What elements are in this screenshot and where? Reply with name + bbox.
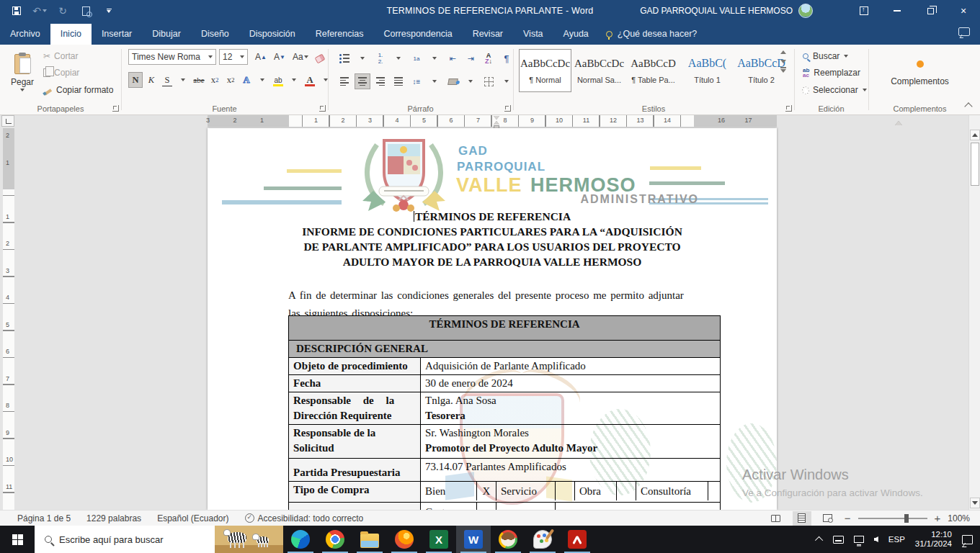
style-titulo1[interactable]: AaBbC( Título 1 <box>681 49 734 92</box>
multilevel-dropdown[interactable] <box>427 50 442 66</box>
style-table-pa[interactable]: AaBbCcD ¶ Table Pa... <box>627 49 680 92</box>
find-button[interactable]: Buscar <box>803 51 848 61</box>
text-effects-dropdown[interactable] <box>255 72 270 88</box>
page-indicator[interactable]: Página 1 de 5 <box>0 513 79 523</box>
clear-format-button[interactable] <box>313 49 327 65</box>
taskbar-file-explorer[interactable] <box>352 526 387 553</box>
language-badge[interactable]: ESP <box>888 535 905 544</box>
print-layout-button[interactable] <box>793 511 811 526</box>
tab-disposicion[interactable]: Disposición <box>239 24 306 45</box>
taskbar-edge[interactable] <box>283 526 318 553</box>
tab-stop-selector[interactable] <box>1 115 14 127</box>
select-button[interactable]: Seleccionar <box>803 85 867 95</box>
zoom-out-button[interactable]: − <box>845 515 851 522</box>
dialog-launcher-icon[interactable] <box>319 105 326 112</box>
dialog-launcher-icon[interactable] <box>112 105 119 112</box>
comments-icon[interactable] <box>958 27 970 36</box>
borders-dropdown[interactable] <box>499 73 514 89</box>
network-icon[interactable] <box>854 536 864 543</box>
increase-indent-button[interactable]: ⇥ <box>463 50 478 66</box>
style-normal[interactable]: AaBbCcDc ¶ Normal <box>519 49 571 92</box>
tab-archivo[interactable]: Archivo <box>0 24 50 45</box>
line-spacing-button[interactable]: ↕≡ <box>409 73 424 89</box>
scroll-up-button[interactable] <box>970 130 980 140</box>
scroll-up-icon[interactable] <box>780 50 786 54</box>
numbering-dropdown[interactable] <box>391 50 406 66</box>
read-mode-button[interactable] <box>767 511 785 526</box>
font-size-combo[interactable]: 12 <box>219 49 248 65</box>
justify-button[interactable] <box>391 73 406 89</box>
touch-keyboard-icon[interactable] <box>833 536 844 544</box>
tab-revisar[interactable]: Revisar <box>463 24 513 45</box>
customize-qat-button[interactable] <box>102 4 115 17</box>
volume-icon[interactable] <box>874 536 878 542</box>
save-button[interactable] <box>10 4 23 17</box>
gallery-more-icon[interactable] <box>780 69 786 73</box>
bold-button[interactable]: N <box>128 72 143 88</box>
clock[interactable]: 12:10 31/1/2024 <box>915 530 952 549</box>
highlight-dropdown[interactable] <box>287 72 301 88</box>
change-case-button[interactable]: Aa <box>290 49 311 65</box>
underline-dropdown[interactable] <box>176 72 190 88</box>
undo-button[interactable]: ↶ <box>33 4 46 17</box>
tell-me-search[interactable]: ¿Qué desea hacer? <box>599 24 705 45</box>
align-center-button[interactable] <box>355 73 370 89</box>
copy-button[interactable]: Copiar <box>43 67 79 78</box>
zoom-level[interactable]: 100% <box>948 513 970 523</box>
highlight-button[interactable]: ab <box>271 72 285 88</box>
zoom-in-button[interactable]: + <box>935 515 941 522</box>
dialog-launcher-icon[interactable] <box>785 105 792 112</box>
tab-dibujar[interactable]: Dibujar <box>142 24 191 45</box>
vertical-scrollbar[interactable] <box>968 115 980 510</box>
scroll-down-icon[interactable] <box>780 60 786 63</box>
scrollbar-thumb[interactable] <box>971 143 979 186</box>
restore-button[interactable] <box>914 0 947 22</box>
align-left-button[interactable] <box>337 73 352 89</box>
text-effects-button[interactable]: A <box>239 72 254 88</box>
shading-dropdown[interactable] <box>463 73 478 89</box>
subscript-button[interactable]: x2 <box>208 72 222 88</box>
taskbar-word[interactable]: W <box>456 526 491 553</box>
bullets-dropdown[interactable] <box>355 50 370 66</box>
shrink-font-button[interactable]: A▼ <box>271 49 288 65</box>
tab-vista[interactable]: Vista <box>513 24 553 45</box>
taskbar-paint[interactable] <box>525 526 560 553</box>
tab-ayuda[interactable]: Ayuda <box>553 24 599 45</box>
tab-inicio[interactable]: Inicio <box>50 24 92 45</box>
show-marks-button[interactable]: ¶ <box>499 50 514 66</box>
avatar[interactable] <box>798 4 813 18</box>
redo-button[interactable]: ↻ <box>56 4 69 17</box>
taskbar-chrome[interactable] <box>318 526 352 553</box>
paste-button[interactable]: Pegar <box>6 48 39 102</box>
document-page[interactable]: GAD PARROQUIAL VALLE HERMOSO ADMINISTRAT… <box>208 128 777 510</box>
close-button[interactable]: × <box>947 0 980 22</box>
addins-button[interactable]: Complementos <box>868 76 971 86</box>
numbering-button[interactable]: 1.2. <box>373 50 388 66</box>
taskbar-firefox[interactable] <box>387 526 422 553</box>
superscript-button[interactable]: x2 <box>223 72 238 88</box>
right-indent-marker[interactable] <box>895 121 902 125</box>
multilevel-list-button[interactable]: 1a <box>409 50 424 66</box>
start-button[interactable] <box>0 526 35 553</box>
font-color-button[interactable]: A <box>303 72 317 88</box>
tab-referencias[interactable]: Referencias <box>306 24 374 45</box>
taskbar-excel[interactable]: X <box>422 526 456 553</box>
italic-button[interactable]: K <box>144 72 159 88</box>
taskbar-chrome-profile[interactable] <box>491 526 525 553</box>
zoom-slider-thumb[interactable] <box>904 514 909 523</box>
line-spacing-dropdown[interactable] <box>427 73 442 89</box>
tray-expand-icon[interactable] <box>815 536 823 544</box>
taskbar-acrobat[interactable] <box>560 526 594 553</box>
replace-button[interactable]: abac Reemplazar <box>803 68 860 78</box>
word-count[interactable]: 1229 palabras <box>79 513 149 523</box>
scroll-down-button[interactable] <box>970 498 980 508</box>
shading-button[interactable] <box>445 73 460 89</box>
grow-font-button[interactable]: A▲ <box>252 49 270 65</box>
dialog-launcher-icon[interactable] <box>504 105 511 112</box>
bullets-button[interactable] <box>337 50 352 66</box>
decrease-indent-button[interactable]: ⇤ <box>445 50 460 66</box>
minimize-button[interactable] <box>881 0 914 22</box>
style-normal-sa[interactable]: AaBbCcDc Normal Sa... <box>573 49 625 92</box>
collapse-ribbon-icon[interactable] <box>966 102 973 109</box>
taskbar-search[interactable]: Escribe aquí para buscar <box>35 526 283 553</box>
